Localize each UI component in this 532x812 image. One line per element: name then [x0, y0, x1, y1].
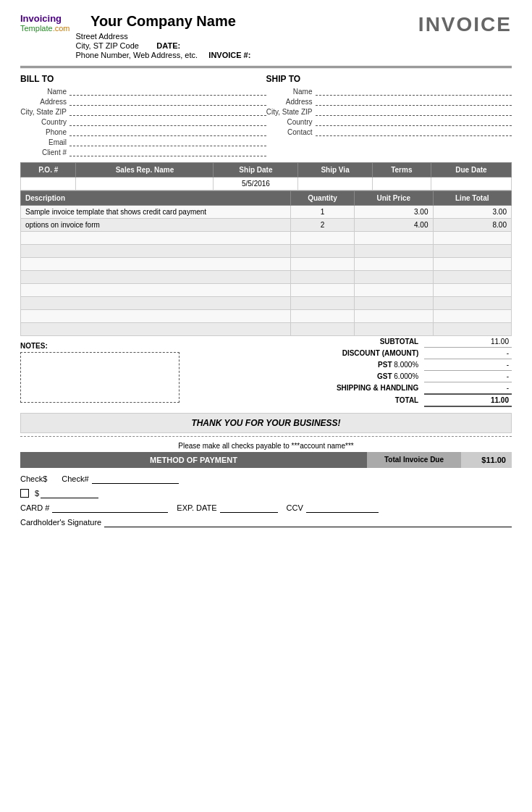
- terms-cell[interactable]: [372, 177, 431, 191]
- sales-rep-col-header: Sales Rep. Name: [76, 163, 214, 177]
- bill-to-col: BILL TO Name Address City, State ZIP Cou…: [20, 74, 266, 158]
- item-unit-price[interactable]: [355, 245, 433, 258]
- item-desc[interactable]: options on invoice form: [21, 219, 291, 232]
- item-row: [21, 297, 512, 310]
- item-line-total[interactable]: [433, 284, 512, 297]
- notes-box[interactable]: [20, 352, 180, 403]
- exp-date-line[interactable]: [220, 503, 278, 513]
- ship-name-line[interactable]: [316, 87, 512, 96]
- item-line-total[interactable]: [433, 310, 512, 323]
- ship-city-row: City, State ZIP: [266, 107, 512, 116]
- item-qty[interactable]: 1: [290, 206, 354, 219]
- item-line-total[interactable]: 8.00: [433, 219, 512, 232]
- dollar-field: $: [35, 488, 98, 498]
- item-line-total[interactable]: [433, 258, 512, 271]
- item-line-total[interactable]: [433, 323, 512, 336]
- ship-contact-line[interactable]: [316, 127, 512, 136]
- header-left: Invoicing Template.com Your Company Name…: [20, 13, 250, 60]
- item-qty[interactable]: [290, 271, 354, 284]
- invoice-due-amount: $11.00: [461, 452, 512, 468]
- item-unit-price[interactable]: [355, 284, 433, 297]
- item-unit-price[interactable]: 4.00: [355, 219, 433, 232]
- bill-client-line[interactable]: [69, 148, 266, 156]
- thank-you-bar: THANK YOU FOR YOUR BUSINESS!: [20, 413, 512, 433]
- item-qty[interactable]: [290, 323, 354, 336]
- bill-address-line[interactable]: [69, 97, 266, 106]
- item-unit-price[interactable]: [355, 232, 433, 245]
- item-desc[interactable]: [21, 297, 291, 310]
- bill-ship-section: BILL TO Name Address City, State ZIP Cou…: [20, 74, 512, 158]
- item-desc[interactable]: [21, 323, 291, 336]
- item-desc[interactable]: Sample invoice template that shows credi…: [21, 206, 291, 219]
- terms-col-header: Terms: [372, 163, 431, 177]
- payment-fields: Check$ Check# $ CARD # EXP. DATE CCV: [20, 474, 512, 527]
- item-unit-price[interactable]: [355, 323, 433, 336]
- company-address-block: Your Company Name Street Address City, S…: [75, 13, 250, 60]
- payment-checkbox[interactable]: [20, 489, 29, 498]
- item-unit-price[interactable]: [355, 271, 433, 284]
- ship-country-line[interactable]: [316, 117, 512, 126]
- item-line-total[interactable]: 3.00: [433, 206, 512, 219]
- bill-name-line[interactable]: [69, 87, 266, 96]
- checks-label-item: Check$: [20, 474, 47, 483]
- ship-to-col: SHIP TO Name Address City, State ZIP Cou…: [266, 74, 512, 158]
- item-qty[interactable]: 2: [290, 219, 354, 232]
- pst-label: PST 8.000%: [287, 359, 424, 371]
- item-unit-price[interactable]: [355, 258, 433, 271]
- signature-line[interactable]: [104, 517, 512, 527]
- shipping-row: SHIPPING & HANDLING -: [287, 382, 512, 395]
- po-cell[interactable]: [21, 177, 76, 191]
- totals-section: SUBTOTAL 11.00 DISCOUNT (AMOUNT) - PST 8…: [287, 336, 512, 407]
- item-line-total[interactable]: [433, 232, 512, 245]
- item-unit-price[interactable]: [355, 297, 433, 310]
- check-row: Check$ Check#: [20, 474, 512, 484]
- item-qty[interactable]: [290, 284, 354, 297]
- ship-contact-label: Contact: [266, 128, 316, 136]
- bill-city-line[interactable]: [69, 107, 266, 116]
- bill-phone-line[interactable]: [69, 127, 266, 136]
- header-divider: [20, 66, 512, 68]
- card-num-row: CARD # EXP. DATE CCV: [20, 503, 512, 513]
- item-desc[interactable]: [21, 232, 291, 245]
- item-qty[interactable]: [290, 232, 354, 245]
- item-line-total[interactable]: [433, 297, 512, 310]
- ship-date-cell[interactable]: 5/5/2016: [214, 177, 298, 191]
- item-desc[interactable]: [21, 310, 291, 323]
- ship-country-row: Country: [266, 117, 512, 126]
- item-desc[interactable]: [21, 271, 291, 284]
- item-line-total[interactable]: [433, 271, 512, 284]
- item-qty[interactable]: [290, 297, 354, 310]
- pst-value: -: [424, 359, 512, 371]
- check-num-label: Check#: [62, 474, 88, 483]
- ship-via-cell[interactable]: [298, 177, 372, 191]
- method-of-payment-label: METHOD OF PAYMENT: [20, 452, 367, 468]
- ship-name-row: Name: [266, 87, 512, 96]
- item-line-total[interactable]: [433, 245, 512, 258]
- total-value: 11.00: [424, 394, 512, 406]
- gst-label: GST 6.000%: [287, 371, 424, 382]
- bill-address-row: Address: [20, 97, 266, 106]
- card-label: CARD #: [20, 503, 49, 512]
- ccv-line[interactable]: [306, 503, 379, 513]
- item-desc[interactable]: [21, 284, 291, 297]
- bill-country-line[interactable]: [69, 117, 266, 126]
- bill-email-line[interactable]: [69, 138, 266, 146]
- item-desc[interactable]: [21, 258, 291, 271]
- due-date-cell[interactable]: [431, 177, 511, 191]
- item-desc[interactable]: [21, 245, 291, 258]
- item-qty[interactable]: [290, 310, 354, 323]
- bill-phone-label: Phone: [20, 128, 69, 136]
- card-num-line[interactable]: [52, 503, 168, 513]
- dollar-amount-line[interactable]: [41, 488, 98, 498]
- check-num-line[interactable]: [92, 474, 179, 484]
- logo-template-t: Template: [20, 24, 53, 33]
- item-unit-price[interactable]: 3.00: [355, 206, 433, 219]
- ship-city-line[interactable]: [316, 107, 512, 116]
- bill-address-label: Address: [20, 98, 69, 106]
- logo-com: .com: [53, 24, 70, 33]
- item-unit-price[interactable]: [355, 310, 433, 323]
- item-qty[interactable]: [290, 245, 354, 258]
- sales-rep-cell[interactable]: [76, 177, 214, 191]
- item-qty[interactable]: [290, 258, 354, 271]
- ship-address-line[interactable]: [316, 97, 512, 106]
